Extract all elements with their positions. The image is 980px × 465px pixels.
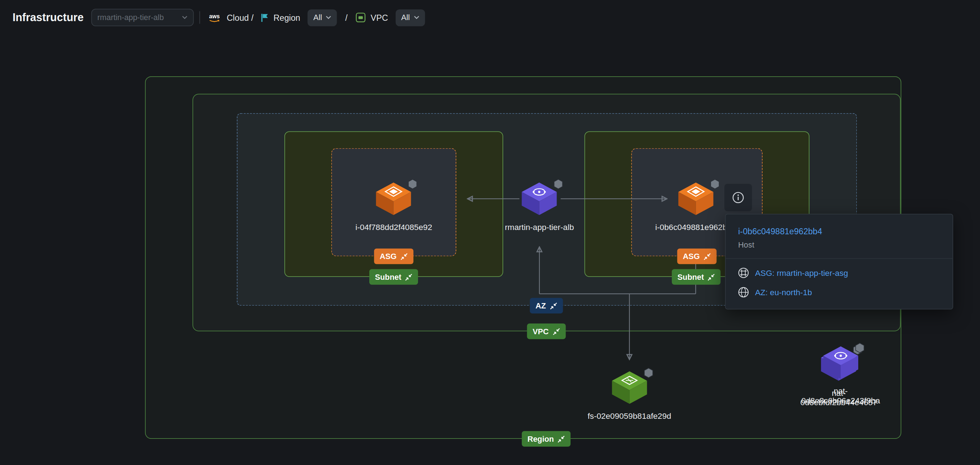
ec2-icon — [676, 181, 716, 217]
asg-left-badge[interactable]: ASG — [374, 248, 414, 264]
chevron-down-icon — [181, 16, 187, 19]
tooltip-host-link[interactable]: i-0b6c049881e962bb4 — [738, 227, 940, 236]
asg-right-badge-label: ASG — [683, 252, 700, 260]
vpc-icon — [356, 13, 366, 22]
tooltip-asg-link[interactable]: ASG: rmartin-app-tier-asg — [738, 268, 940, 279]
vpc-filter-value: All — [401, 13, 410, 22]
node-alb[interactable]: rmartin-app-tier-alb — [505, 181, 574, 232]
chevron-down-icon — [414, 16, 420, 19]
efs-icon — [609, 370, 649, 405]
breadcrumb-cloud-label: Cloud / — [227, 13, 254, 22]
asg-left-badge-label: ASG — [380, 252, 396, 260]
collapse-icon — [558, 435, 565, 443]
node-label: rmartin-app-tier-alb — [505, 223, 574, 232]
hexagon-badge-icon — [554, 179, 563, 190]
breadcrumb-vpc-label: VPC — [371, 13, 388, 22]
top-bar: Infrastructure rmartin-app-tier-alb aws … — [0, 0, 980, 35]
node-ec2-left[interactable]: i-04f788dd2f4085e92 — [355, 181, 432, 232]
hexagon-badge-icon — [644, 368, 653, 378]
globe-icon — [738, 287, 749, 298]
chevron-down-icon — [326, 16, 332, 19]
vpc-badge-label: VPC — [533, 327, 549, 336]
asg-grid-icon — [738, 268, 749, 279]
az-badge-label: AZ — [536, 301, 546, 310]
subnet-left-badge-label: Subnet — [375, 272, 401, 281]
hexagon-badge-icon — [710, 179, 719, 190]
alb-icon — [519, 181, 560, 217]
region-filter-dropdown[interactable]: All — [308, 9, 337, 26]
subnet-right-badge[interactable]: Subnet — [672, 269, 721, 285]
region-badge[interactable]: Region — [522, 431, 571, 447]
divider — [199, 11, 200, 24]
collapse-icon — [405, 273, 413, 281]
aws-logo-icon: aws — [207, 12, 222, 23]
vpc-filter-dropdown[interactable]: All — [395, 9, 425, 26]
region-badge-label: Region — [527, 435, 554, 443]
subnet-right-badge-label: Subnet — [677, 272, 704, 281]
aws-logo-text: aws — [209, 13, 220, 19]
node-label: i-04f788dd2f4085e92 — [355, 223, 432, 232]
resource-filter-dropdown[interactable]: rmartin-app-tier-alb — [91, 9, 193, 26]
info-button[interactable] — [724, 183, 752, 212]
node-label: nat- 0d8e8c6b96e243f9ba — [801, 386, 880, 405]
host-tooltip: i-0b6c049881e962bb4 Host ASG: rmartin-ap… — [725, 214, 953, 309]
subnet-left-badge[interactable]: Subnet — [369, 269, 418, 285]
node-label: fs-02e09059b81afe29d — [588, 411, 671, 420]
breadcrumb-separator: / — [345, 13, 348, 22]
resource-filter-value: rmartin-app-tier-alb — [97, 13, 164, 22]
tooltip-subtitle: Host — [738, 241, 940, 249]
node-label: i-0b6c049881e962bb4 — [655, 223, 736, 232]
hexagon-badge-icon — [408, 179, 417, 190]
collapse-icon — [708, 273, 715, 281]
hexagon-badge-icon — [855, 342, 864, 353]
collapse-icon — [703, 253, 711, 260]
region-filter-value: All — [313, 13, 322, 22]
info-icon — [732, 191, 744, 204]
nat-gateway-icon — [821, 345, 861, 380]
breadcrumb-region-label: Region — [274, 13, 301, 22]
page-title: Infrastructure — [13, 11, 84, 24]
vpc-badge[interactable]: VPC — [527, 323, 566, 339]
asg-right-badge[interactable]: ASG — [677, 248, 717, 264]
collapse-icon — [549, 302, 557, 309]
node-efs[interactable]: fs-02e09059b81afe29d — [588, 370, 671, 420]
node-nat-b[interactable]: nat- 0d8e8c6b96e243f9ba — [801, 345, 880, 405]
az-badge[interactable]: AZ — [530, 298, 563, 314]
region-flag-icon — [260, 13, 269, 22]
collapse-icon — [552, 327, 560, 335]
collapse-icon — [401, 253, 408, 260]
tooltip-az-link[interactable]: AZ: eu-north-1b — [738, 287, 940, 298]
tooltip-divider — [726, 258, 953, 259]
infrastructure-map-page: Infrastructure rmartin-app-tier-alb aws … — [0, 0, 980, 465]
ec2-icon — [374, 181, 414, 217]
